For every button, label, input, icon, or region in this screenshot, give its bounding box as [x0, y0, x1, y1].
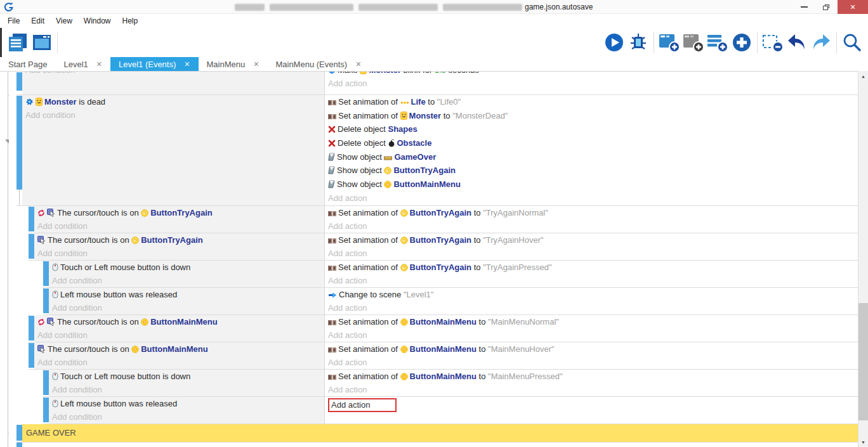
scrollbar-thumb[interactable]	[858, 303, 868, 420]
add-new-icon[interactable]	[730, 30, 754, 55]
action-line[interactable]: Set animation of ButtonTryAgain to "TryA…	[325, 206, 858, 219]
event-selector-bar[interactable]	[29, 343, 34, 368]
add-action[interactable]: Add action	[325, 383, 858, 396]
add-action[interactable]: Add action	[325, 191, 858, 205]
add-action-highlighted[interactable]: Add action	[328, 398, 397, 412]
close-button[interactable]: ✕	[838, 0, 868, 14]
add-action[interactable]: Add action	[325, 301, 858, 314]
action-line[interactable]: Change to scene "Level1"	[325, 288, 858, 301]
event-row: Left mouse button was releasedAdd condit…	[9, 288, 858, 315]
add-condition[interactable]: Add condition	[34, 356, 324, 369]
action-line[interactable]: Show object ButtonTryAgain	[325, 164, 858, 178]
event-selector-bar[interactable]	[29, 316, 34, 340]
action-line[interactable]: Set animation of Life to "Life0"	[325, 95, 858, 109]
event-selector-bar[interactable]	[43, 370, 49, 395]
add-condition[interactable]: Add condition	[34, 219, 324, 233]
event-selector-bar[interactable]	[16, 425, 22, 441]
add-condition[interactable]: Add condition	[49, 383, 324, 396]
indent-spacer	[9, 288, 43, 315]
add-event-icon[interactable]	[657, 30, 681, 55]
event-selector-bar[interactable]	[16, 443, 22, 447]
tab-start-page[interactable]: Start Page	[0, 57, 55, 71]
action-line[interactable]: Set animation of ButtonTryAgain to "TryA…	[325, 233, 858, 247]
condition-line[interactable]: The cursor/touch is on ButtonMainMenu	[34, 315, 324, 328]
menu-item-view[interactable]: View	[51, 15, 77, 27]
condition-line[interactable]: Touch or Left mouse button is down	[49, 370, 324, 383]
scene-icon	[328, 288, 337, 301]
tab-mainmenu[interactable]: MainMenu✕	[199, 57, 268, 71]
condition-line[interactable]: Left mouse button was released	[49, 288, 324, 301]
tab-mainmenu-events-[interactable]: MainMenu (Events)✕	[267, 57, 369, 71]
menu-item-file[interactable]: File	[3, 15, 24, 27]
actions-cell: Set animation of Life to "Life0"Set anim…	[325, 95, 858, 205]
add-condition[interactable]: Add condition	[22, 108, 324, 122]
action-line[interactable]: Set animation of ButtonTryAgain to "TryA…	[325, 261, 858, 274]
event-selector-bar[interactable]	[16, 72, 22, 91]
condition-line[interactable]: Left mouse button was released	[49, 397, 324, 410]
remove-event-icon[interactable]	[761, 30, 785, 55]
action-line[interactable]: Set animation of ButtonMainMenu to "Main…	[325, 342, 858, 356]
menu-item-window[interactable]: Window	[79, 15, 115, 27]
monster-icon	[360, 72, 367, 77]
event-selector-bar[interactable]	[29, 207, 34, 231]
search-icon[interactable]	[840, 30, 864, 55]
play-icon[interactable]	[602, 30, 626, 55]
add-condition[interactable]: Add condition	[49, 301, 324, 314]
condition-line[interactable]: The cursor/touch is on ButtonTryAgain	[34, 233, 324, 247]
close-tab-icon[interactable]: ✕	[184, 60, 190, 68]
add-action[interactable]: Add action	[325, 274, 858, 287]
action-line[interactable]: Set animation of ButtonMainMenu to "Main…	[325, 315, 858, 328]
action-line[interactable]: Show object GameOver	[325, 150, 858, 164]
project-manager-icon[interactable]	[6, 30, 30, 55]
action-line[interactable]: Make Monster blink for 1.5 seconds	[325, 72, 858, 77]
tab-level1-events-[interactable]: Level1 (Events)✕	[110, 57, 199, 71]
condition-line[interactable]: The cursor/touch is on ButtonTryAgain	[34, 206, 324, 219]
event-selector-bar[interactable]	[43, 288, 49, 313]
show-icon	[328, 164, 335, 178]
minimize-button[interactable]	[795, 0, 813, 14]
scroll-down-icon[interactable]: ▼	[858, 437, 868, 447]
condition-line[interactable]: Monster is dead	[22, 95, 324, 108]
action-line[interactable]: Show object ButtonMainMenu	[325, 178, 858, 191]
scene-editor-icon[interactable]	[30, 30, 54, 55]
add-condition[interactable]: Add condition	[22, 72, 324, 77]
event-row	[9, 443, 858, 447]
action-line[interactable]: Set animation of Monster to "MonsterDead…	[325, 109, 858, 123]
add-condition[interactable]: Add condition	[34, 247, 324, 260]
menu-item-edit[interactable]: Edit	[27, 15, 49, 27]
condition-line[interactable]: The cursor/touch is on ButtonMainMenu	[34, 342, 324, 356]
plain-text: Set animation of	[338, 317, 400, 327]
action-line[interactable]: Delete object Obstacle	[325, 136, 858, 150]
scroll-up-icon[interactable]: ▲	[858, 71, 868, 81]
close-tab-icon[interactable]: ✕	[355, 60, 361, 68]
vertical-scrollbar[interactable]: ▲ ▼	[858, 71, 868, 447]
condition-line[interactable]: Touch or Left mouse button is down	[49, 261, 324, 274]
tab-level1[interactable]: Level1✕	[55, 57, 110, 71]
action-line[interactable]: Delete object Shapes	[325, 122, 858, 136]
add-condition[interactable]: Add condition	[34, 328, 324, 342]
menu-item-help[interactable]: Help	[118, 15, 143, 27]
comment-event[interactable]: GAME OVER	[22, 424, 858, 442]
add-action[interactable]: Add action	[325, 247, 858, 260]
restore-button[interactable]	[817, 0, 835, 14]
gdevelop-logo	[4, 2, 13, 13]
undo-icon[interactable]	[785, 30, 809, 55]
add-action[interactable]: Add action	[325, 328, 858, 342]
close-tab-icon[interactable]: ✕	[253, 60, 259, 68]
add-subevent-icon[interactable]	[681, 30, 706, 55]
redo-icon[interactable]	[809, 30, 833, 55]
add-comment-icon[interactable]	[706, 30, 730, 55]
add-action[interactable]: Add action	[325, 77, 858, 90]
event-selector-bar[interactable]	[43, 261, 49, 286]
event-selector-bar[interactable]	[43, 398, 49, 422]
plain-text: to	[471, 262, 483, 272]
add-action[interactable]: Add action	[325, 356, 858, 369]
action-line[interactable]: Set animation of ButtonMainMenu to "Main…	[325, 370, 858, 383]
close-tab-icon[interactable]: ✕	[96, 60, 102, 68]
debug-icon[interactable]	[626, 30, 650, 55]
event-selector-bar[interactable]	[29, 234, 34, 259]
add-condition[interactable]: Add condition	[49, 274, 324, 287]
add-action[interactable]: Add action	[325, 219, 858, 233]
event-selector-bar[interactable]	[16, 96, 22, 190]
add-condition[interactable]: Add condition	[49, 410, 324, 424]
